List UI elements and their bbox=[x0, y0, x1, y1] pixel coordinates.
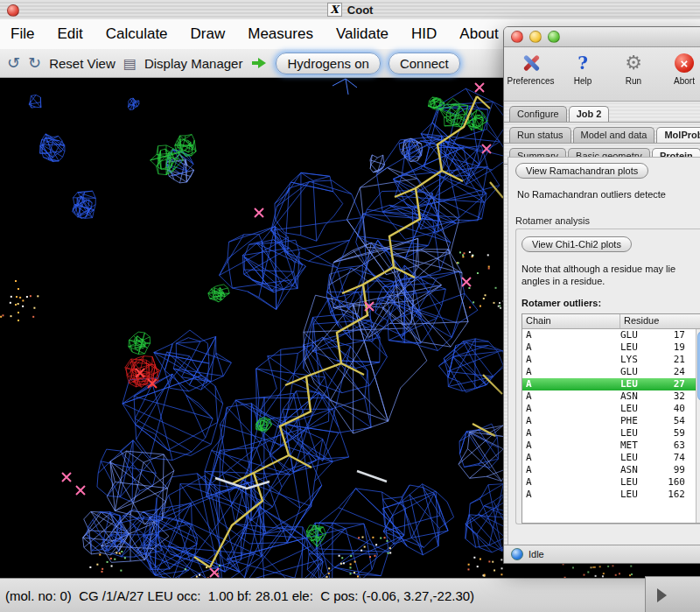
cell-residue-name: LEU bbox=[620, 427, 657, 440]
help-icon: ? bbox=[578, 53, 588, 74]
atom-status-text: (mol. no: 0) CG /1/A/27 LEU occ: 1.00 bf… bbox=[5, 588, 474, 603]
menu-measures[interactable]: Measures bbox=[248, 25, 313, 43]
cell-residue-number: 24 bbox=[657, 366, 685, 378]
cell-residue-name: LEU bbox=[620, 341, 657, 354]
run-icon: ⚙ bbox=[625, 53, 642, 73]
cell-chain: A bbox=[522, 440, 620, 452]
table-row[interactable]: ALEU59 bbox=[522, 427, 700, 440]
tools-icon bbox=[521, 53, 542, 74]
column-header-chain[interactable]: Chain bbox=[522, 314, 620, 329]
table-row[interactable]: ALEU74 bbox=[522, 452, 700, 464]
menu-validate[interactable]: Validate bbox=[336, 25, 388, 43]
table-row[interactable]: APHE54 bbox=[522, 415, 700, 427]
tab-row-2: Run statusModel and dataMolProbit bbox=[504, 123, 700, 144]
cell-residue-name: ASN bbox=[620, 464, 657, 476]
tab-run-status[interactable]: Run status bbox=[509, 127, 571, 143]
undo-icon[interactable]: ↺ bbox=[7, 55, 20, 71]
cell-residue-number: 40 bbox=[657, 403, 685, 415]
tab-model-and-data[interactable]: Model and data bbox=[573, 127, 655, 143]
table-row[interactable]: ALEU27 bbox=[522, 378, 700, 390]
menu-file[interactable]: File bbox=[10, 25, 34, 43]
menu-edit[interactable]: Edit bbox=[57, 25, 82, 43]
cell-chain: A bbox=[522, 452, 620, 464]
table-row[interactable]: AASN32 bbox=[522, 390, 700, 403]
display-manager-icon[interactable]: ▤ bbox=[123, 55, 136, 72]
toolbar-item-label: Preferences bbox=[508, 76, 555, 86]
toolbar-item-label: Run bbox=[626, 76, 641, 86]
cell-residue-name: MET bbox=[620, 440, 657, 452]
view-chi-plots-button[interactable]: View Chi1-Chi2 plots bbox=[522, 236, 632, 252]
toolbar-preferences[interactable]: Preferences bbox=[509, 52, 552, 86]
table-row[interactable]: ALEU162 bbox=[522, 489, 700, 501]
toolbar-help[interactable]: ?Help bbox=[563, 52, 603, 86]
cell-chain: A bbox=[522, 403, 620, 415]
cell-residue-number: 19 bbox=[657, 341, 685, 354]
menu-about[interactable]: About bbox=[459, 25, 498, 43]
cell-chain: A bbox=[522, 390, 620, 403]
cell-chain: A bbox=[522, 354, 620, 366]
cell-residue-number: 59 bbox=[657, 427, 685, 440]
dialog-close-button[interactable] bbox=[511, 31, 523, 43]
green-arrow-icon[interactable] bbox=[252, 58, 266, 68]
hydrogens-on-button[interactable]: Hydrogens on bbox=[276, 53, 380, 74]
cell-chain: A bbox=[522, 489, 620, 501]
cell-residue-name: GLU bbox=[620, 366, 657, 378]
cell-residue-number: 74 bbox=[657, 452, 685, 464]
cell-residue-number: 160 bbox=[657, 476, 685, 489]
window-titlebar[interactable]: X Coot bbox=[0, 0, 700, 20]
validation-dialog: Preferences?Help⚙Run×Abort ConfigureJob … bbox=[503, 26, 700, 564]
table-row[interactable]: AASN99 bbox=[522, 464, 700, 476]
redo-icon[interactable]: ↻ bbox=[28, 55, 41, 71]
rotamer-note-line2: angles in a residue. bbox=[522, 275, 700, 287]
cell-chain: A bbox=[522, 464, 620, 476]
column-header-residue[interactable]: Residue bbox=[620, 314, 700, 329]
menu-hid[interactable]: HID bbox=[411, 25, 437, 43]
rotamer-groupbox: View Chi1-Chi2 plots Note that although … bbox=[515, 229, 700, 524]
table-row[interactable]: AMET63 bbox=[522, 440, 700, 452]
table-scrollbar[interactable] bbox=[696, 329, 700, 523]
reset-view-button[interactable]: Reset View bbox=[49, 56, 116, 71]
table-row[interactable]: ALYS21 bbox=[522, 354, 700, 366]
cell-chain: A bbox=[522, 427, 620, 440]
cell-residue-name: ASN bbox=[620, 390, 657, 403]
dialog-titlebar[interactable] bbox=[504, 27, 700, 47]
cell-residue-name: PHE bbox=[620, 415, 657, 427]
table-row[interactable]: ALEU19 bbox=[522, 341, 700, 354]
toolbar-abort[interactable]: ×Abort bbox=[664, 52, 700, 86]
corner-panel[interactable] bbox=[645, 576, 700, 612]
cell-chain: A bbox=[522, 329, 620, 341]
toolbar-run[interactable]: ⚙Run bbox=[613, 52, 654, 86]
cell-residue-number: 17 bbox=[657, 329, 685, 341]
table-row[interactable]: AGLU24 bbox=[522, 366, 700, 378]
cell-residue-name: LEU bbox=[620, 489, 657, 501]
dialog-status-text: Idle bbox=[528, 549, 544, 559]
ramachandran-message: No Ramachandran outliers detecte bbox=[517, 189, 700, 200]
play-icon[interactable] bbox=[657, 588, 667, 602]
dialog-status-bar: Idle bbox=[504, 545, 700, 563]
abort-icon: × bbox=[675, 53, 694, 73]
tab-configure[interactable]: Configure bbox=[509, 106, 567, 122]
display-manager-button[interactable]: Display Manager bbox=[144, 56, 243, 71]
view-ramachandran-button[interactable]: View Ramachandran plots bbox=[515, 163, 648, 179]
cell-residue-number: 162 bbox=[657, 489, 685, 501]
cell-chain: A bbox=[522, 378, 620, 390]
cell-chain: A bbox=[522, 476, 620, 489]
cell-residue-number: 63 bbox=[657, 440, 685, 452]
connect-button[interactable]: Connect bbox=[388, 53, 460, 74]
tab-molprobit[interactable]: MolProbit bbox=[656, 127, 700, 143]
table-row[interactable]: AGLU17 bbox=[522, 329, 700, 341]
table-row[interactable]: ALEU160 bbox=[522, 476, 700, 489]
toolbar-item-label: Abort bbox=[674, 76, 695, 86]
status-indicator-icon bbox=[511, 548, 523, 560]
dialog-minimize-button[interactable] bbox=[529, 31, 542, 43]
cell-chain: A bbox=[522, 341, 620, 354]
rotamer-section-title: Rotamer analysis bbox=[515, 215, 700, 226]
cell-residue-name: LYS bbox=[620, 354, 657, 366]
menu-draw[interactable]: Draw bbox=[191, 25, 226, 43]
menu-calculate[interactable]: Calculate bbox=[106, 25, 168, 43]
rotamer-note-line1: Note that although a residue may lie bbox=[522, 263, 700, 275]
close-button[interactable] bbox=[7, 4, 19, 17]
tab-job-2[interactable]: Job 2 bbox=[569, 106, 610, 122]
dialog-zoom-button[interactable] bbox=[548, 31, 560, 43]
table-row[interactable]: ALEU40 bbox=[522, 403, 700, 415]
